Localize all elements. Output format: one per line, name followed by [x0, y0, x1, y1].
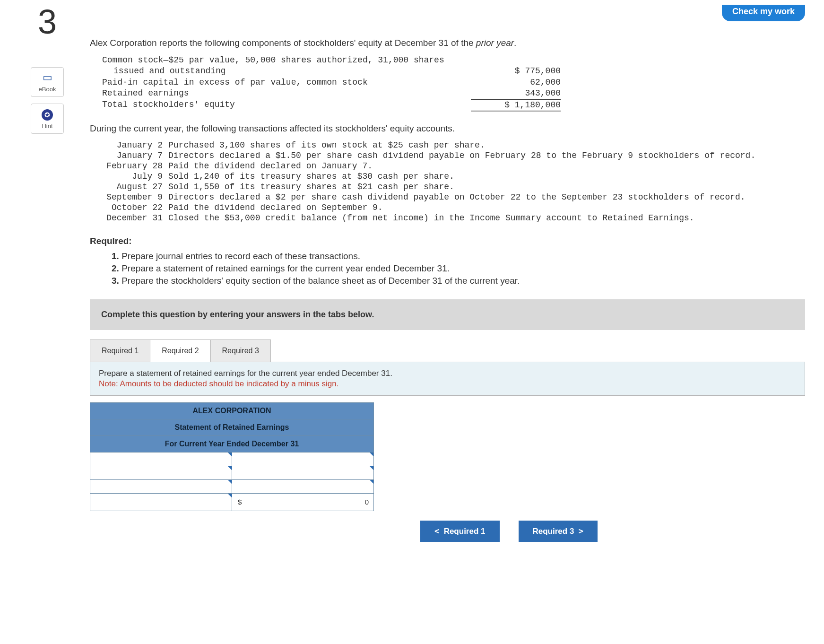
- dropdown-icon[interactable]: [228, 494, 232, 497]
- worksheet-label-input[interactable]: [90, 480, 232, 493]
- transaction-row: February 28Paid the dividend declared on…: [102, 161, 805, 171]
- worksheet-label-input[interactable]: [90, 466, 232, 479]
- transaction-row: October 22Paid the dividend declared on …: [102, 203, 805, 212]
- transaction-row: July 9Sold 1,240 of its treasury shares …: [102, 172, 805, 181]
- dropdown-icon[interactable]: [370, 453, 373, 456]
- tab-panel: Prepare a statement of retained earnings…: [90, 362, 805, 396]
- equity-row-value: $ 1,180,000: [471, 99, 561, 112]
- transaction-row: December 31Closed the $53,000 credit bal…: [102, 213, 805, 223]
- chevron-left-icon: <: [434, 526, 439, 536]
- ebook-button[interactable]: ▭ eBook: [31, 67, 64, 97]
- dropdown-icon[interactable]: [370, 466, 373, 470]
- panel-note: Note: Amounts to be deducted should be i…: [99, 379, 796, 389]
- question-number: 3: [19, 5, 76, 39]
- worksheet-title-3: For Current Year Ended December 31: [90, 435, 374, 452]
- transactions-table: January 2Purchased 3,100 shares of its o…: [90, 140, 805, 223]
- tab-strip: Required 1 Required 2 Required 3: [90, 339, 805, 362]
- required-list: 1. Prepare journal entries to record eac…: [90, 251, 805, 286]
- transaction-row: January 7Directors declared a $1.50 per …: [102, 151, 805, 160]
- sidebar: 3 ▭ eBook ✪ Hint: [19, 5, 76, 542]
- ebook-icon: ▭: [33, 71, 61, 84]
- worksheet-total-cell: $ 0: [232, 493, 374, 511]
- equity-row-label: Total stockholders' equity: [102, 99, 471, 112]
- transaction-row: January 2Purchased 3,100 shares of its o…: [102, 140, 805, 150]
- hint-label: Hint: [33, 122, 61, 130]
- equity-row-label: Paid-in capital in excess of par value, …: [102, 77, 471, 88]
- hint-button[interactable]: ✪ Hint: [31, 104, 64, 134]
- intro-text: Alex Corporation reports the following c…: [90, 38, 805, 48]
- required-item: 3. Prepare the stockholders' equity sect…: [112, 276, 805, 286]
- equity-row-value: 62,000: [471, 77, 561, 88]
- instruction-bar: Complete this question by entering your …: [90, 299, 805, 330]
- equity-row-label: Common stock—$25 par value, 50,000 share…: [102, 55, 471, 66]
- equity-row-label: issued and outstanding: [102, 66, 471, 77]
- worksheet-label-input[interactable]: [90, 453, 232, 466]
- ebook-label: eBook: [33, 86, 61, 93]
- worksheet-title-1: ALEX CORPORATION: [90, 402, 374, 419]
- prev-required-button[interactable]: < Required 1: [420, 521, 500, 542]
- tab-required-1[interactable]: Required 1: [90, 339, 150, 362]
- required-item: 2. Prepare a statement of retained earni…: [112, 263, 805, 274]
- tab-required-3[interactable]: Required 3: [210, 339, 271, 362]
- worksheet-title-2: Statement of Retained Earnings: [90, 419, 374, 435]
- dropdown-icon[interactable]: [228, 466, 232, 470]
- worksheet-label-input[interactable]: [92, 496, 227, 509]
- tab-required-2[interactable]: Required 2: [150, 339, 210, 362]
- worksheet-amount-input[interactable]: [232, 453, 373, 466]
- hint-icon: ✪: [33, 108, 61, 121]
- worksheet-amount-input[interactable]: [232, 480, 373, 493]
- worksheet-amount-input[interactable]: [232, 466, 373, 479]
- transactions-intro: During the current year, the following t…: [90, 123, 805, 134]
- chevron-right-icon: >: [579, 526, 583, 536]
- equity-table: Common stock—$25 par value, 50,000 share…: [90, 55, 805, 112]
- transaction-row: August 27Sold 1,550 of its treasury shar…: [102, 182, 805, 191]
- required-item: 1. Prepare journal entries to record eac…: [112, 251, 805, 261]
- worksheet-table: ALEX CORPORATION Statement of Retained E…: [90, 402, 374, 511]
- next-required-button[interactable]: Required 3 >: [519, 521, 598, 542]
- dropdown-icon[interactable]: [228, 453, 232, 456]
- check-my-work-button[interactable]: Check my work: [722, 5, 805, 21]
- panel-instruction: Prepare a statement of retained earnings…: [99, 369, 796, 378]
- required-header: Required:: [90, 236, 805, 246]
- equity-row-value: $ 775,000: [471, 66, 561, 77]
- transaction-row: September 9Directors declared a $2 per s…: [102, 192, 805, 202]
- dropdown-icon[interactable]: [370, 480, 373, 484]
- equity-row-label: Retained earnings: [102, 88, 471, 99]
- equity-row-value: 343,000: [471, 88, 561, 99]
- dropdown-icon[interactable]: [228, 480, 232, 484]
- equity-row-value: [471, 55, 561, 66]
